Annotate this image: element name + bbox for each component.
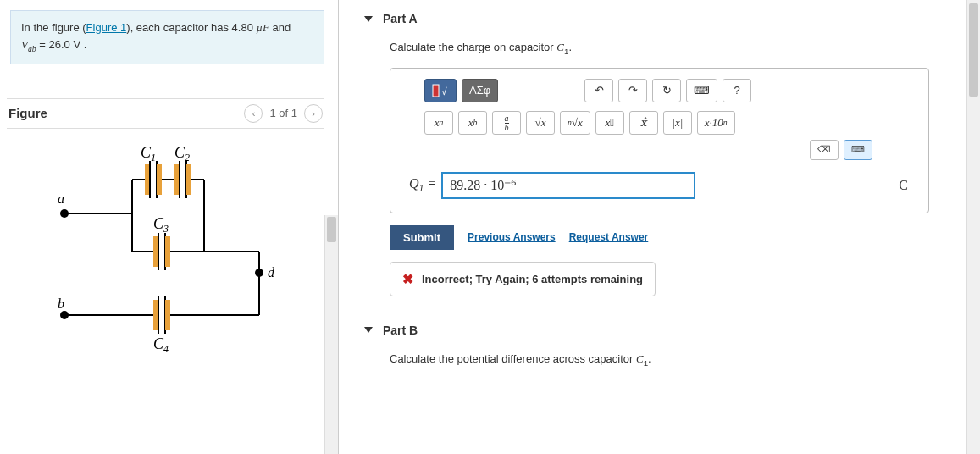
problem-statement: In the figure (Figure 1), each capacitor… — [10, 10, 324, 64]
collapse-icon — [364, 327, 373, 333]
svg-text:C4: C4 — [153, 335, 169, 355]
part-b-prompt: Calculate the potential difference acros… — [390, 346, 929, 379]
keyboard-small-button[interactable]: ⌨ — [844, 140, 872, 160]
svg-text:C2: C2 — [174, 146, 190, 163]
vector-button[interactable]: x⃗ — [595, 111, 624, 135]
part-b-header[interactable]: Part B — [339, 318, 980, 342]
help-button[interactable]: ? — [723, 79, 751, 102]
figure-scrollbar[interactable] — [324, 215, 338, 454]
figure-next-button[interactable]: › — [304, 104, 323, 123]
part-a-prompt: Calculate the charge on capacitor C1. — [390, 34, 929, 68]
templates-button[interactable]: ΑΣφ — [462, 79, 498, 102]
previous-answers-link[interactable]: Previous Answers — [468, 231, 556, 243]
undo-button[interactable]: ↶ — [584, 79, 613, 102]
hat-button[interactable]: x̂ — [629, 111, 658, 135]
feedback-text: Incorrect; Try Again; 6 attempts remaini… — [422, 273, 643, 285]
answer-variable: Q1 = — [409, 176, 436, 195]
figure-prev-button[interactable]: ‹ — [244, 104, 263, 123]
subscript-button[interactable]: xb — [458, 111, 487, 135]
nroot-button[interactable]: n√x — [560, 111, 590, 135]
redo-button[interactable]: ↷ — [618, 79, 647, 102]
svg-text:C3: C3 — [153, 215, 169, 235]
svg-rect-7 — [157, 164, 162, 195]
svg-rect-22 — [165, 236, 170, 267]
figure-title: Figure — [8, 106, 47, 120]
svg-rect-13 — [186, 164, 191, 195]
reset-button[interactable]: ↻ — [652, 79, 681, 102]
part-b-title: Part B — [383, 324, 418, 337]
superscript-button[interactable]: xa — [424, 111, 453, 135]
figure-link[interactable]: Figure 1 — [86, 21, 127, 34]
answer-unit: C — [899, 178, 908, 193]
svg-point-28 — [255, 269, 263, 277]
keyboard-button[interactable]: ⌨ — [686, 79, 717, 102]
abs-button[interactable]: |x| — [663, 111, 692, 135]
answer-input[interactable]: 89.28 · 10⁻⁶ — [441, 172, 695, 199]
request-answer-link[interactable]: Request Answer — [569, 231, 649, 243]
scientific-button[interactable]: x·10n — [697, 111, 735, 135]
part-a-header[interactable]: Part A — [339, 7, 980, 30]
figure-nav-label: 1 of 1 — [269, 107, 297, 119]
figure-header: Figure ‹ 1 of 1 › — [7, 98, 324, 129]
svg-text:C1: C1 — [141, 146, 156, 163]
fraction-button[interactable]: ab — [492, 111, 521, 135]
svg-text:d: d — [268, 265, 275, 280]
page-scrollbar[interactable] — [966, 0, 980, 454]
feedback-box: ✖ Incorrect; Try Again; 6 attempts remai… — [390, 262, 656, 296]
sqrt-button[interactable]: √x — [526, 111, 555, 135]
backspace-button[interactable]: ⌫ — [810, 140, 839, 160]
svg-text:√: √ — [441, 86, 447, 97]
incorrect-icon: ✖ — [402, 271, 413, 287]
svg-rect-39 — [433, 85, 439, 97]
terminal-a-label: a — [58, 191, 64, 206]
circuit-figure: a C1 C2 C3 d b — [39, 146, 293, 357]
submit-button[interactable]: Submit — [390, 225, 454, 250]
sqrt-box-icon[interactable]: √ — [424, 79, 457, 102]
svg-rect-36 — [165, 300, 170, 330]
svg-text:b: b — [58, 296, 64, 311]
problem-prefix: In the figure ( — [21, 21, 86, 34]
collapse-icon — [364, 16, 373, 22]
equation-editor: √ ΑΣφ ↶ ↷ ↻ ⌨ ? xa xb ab √x n√x x⃗ x̂ |x… — [390, 68, 929, 213]
part-a-title: Part A — [383, 12, 418, 25]
